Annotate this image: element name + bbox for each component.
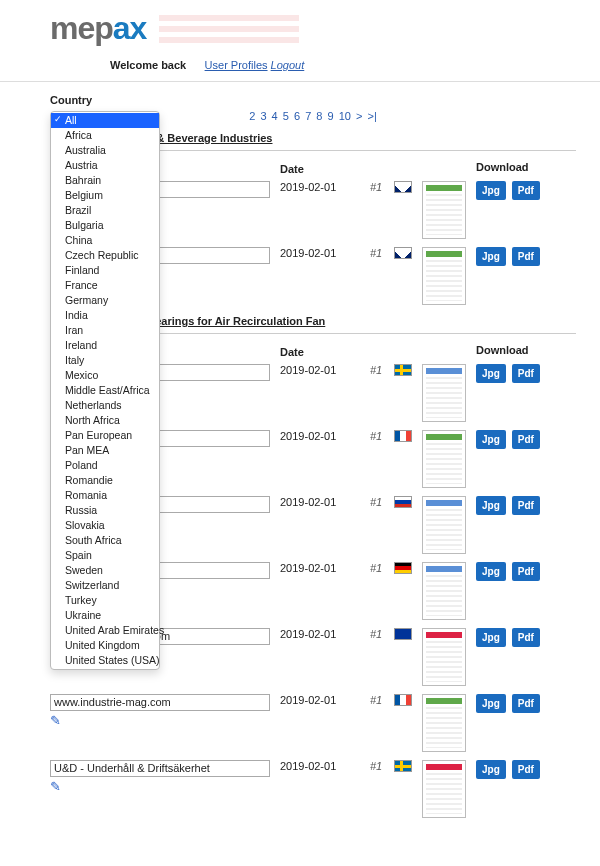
page-link[interactable]: 3: [259, 110, 270, 122]
download-jpg-button[interactable]: Jpg: [476, 364, 506, 383]
date-value: 2019-02-01: [280, 247, 370, 259]
country-option[interactable]: Turkey: [51, 593, 159, 608]
page-link[interactable]: 7: [304, 110, 315, 122]
logout-link[interactable]: Logout: [271, 59, 305, 71]
preview-thumbnail[interactable]: [422, 247, 466, 305]
flag-icon: [394, 760, 412, 772]
country-option[interactable]: Sweden: [51, 563, 159, 578]
country-option[interactable]: Romandie: [51, 473, 159, 488]
country-option[interactable]: China: [51, 233, 159, 248]
page-link[interactable]: 10: [338, 110, 355, 122]
page-next[interactable]: >: [355, 110, 366, 122]
date-value: 2019-02-01: [280, 364, 370, 376]
country-option[interactable]: All: [51, 113, 159, 128]
preview-thumbnail[interactable]: [422, 760, 466, 818]
download-pdf-button[interactable]: Pdf: [512, 694, 540, 713]
edit-icon[interactable]: ✎: [50, 779, 61, 794]
user-profiles-link[interactable]: User Profiles: [205, 59, 268, 71]
country-option[interactable]: United Kingdom: [51, 638, 159, 653]
preview-thumbnail[interactable]: [422, 430, 466, 488]
flag-icon: [394, 628, 412, 640]
country-option[interactable]: Mexico: [51, 368, 159, 383]
page-link[interactable]: 9: [327, 110, 338, 122]
download-pdf-button[interactable]: Pdf: [512, 562, 540, 581]
edit-icon[interactable]: ✎: [50, 713, 61, 728]
country-dropdown-open[interactable]: AllAfricaAustraliaAustriaBahrainBelgiumB…: [50, 111, 160, 670]
country-option[interactable]: France: [51, 278, 159, 293]
country-option[interactable]: South Africa: [51, 533, 159, 548]
country-option[interactable]: Brazil: [51, 203, 159, 218]
page-link[interactable]: 6: [293, 110, 304, 122]
country-option[interactable]: Switzerland: [51, 578, 159, 593]
download-pdf-button[interactable]: Pdf: [512, 430, 540, 449]
country-option[interactable]: India: [51, 308, 159, 323]
download-jpg-button[interactable]: Jpg: [476, 496, 506, 515]
welcome-text: Welcome back: [110, 59, 186, 71]
country-option[interactable]: Netherlands: [51, 398, 159, 413]
page-link[interactable]: 4: [271, 110, 282, 122]
download-pdf-button[interactable]: Pdf: [512, 496, 540, 515]
country-option[interactable]: Italy: [51, 353, 159, 368]
page-link[interactable]: 8: [315, 110, 326, 122]
country-option[interactable]: Bahrain: [51, 173, 159, 188]
download-jpg-button[interactable]: Jpg: [476, 760, 506, 779]
preview-thumbnail[interactable]: [422, 496, 466, 554]
date-value: 2019-02-01: [280, 496, 370, 508]
country-option[interactable]: Bulgaria: [51, 218, 159, 233]
country-option[interactable]: Finland: [51, 263, 159, 278]
country-option[interactable]: United States (USA): [51, 653, 159, 668]
download-pdf-button[interactable]: Pdf: [512, 181, 540, 200]
download-jpg-button[interactable]: Jpg: [476, 181, 506, 200]
rank-value: #1: [370, 181, 394, 193]
rank-value: #1: [370, 247, 394, 259]
country-option[interactable]: Germany: [51, 293, 159, 308]
logo-ax: ax: [113, 10, 147, 46]
country-option[interactable]: North Africa: [51, 413, 159, 428]
download-jpg-button[interactable]: Jpg: [476, 430, 506, 449]
preview-thumbnail[interactable]: [422, 364, 466, 422]
country-option[interactable]: Czech Republic: [51, 248, 159, 263]
page-link[interactable]: 2: [248, 110, 259, 122]
country-option[interactable]: Belgium: [51, 188, 159, 203]
result-row: www.industrie-mag.com✎2019-02-01#1JpgPdf: [50, 694, 576, 752]
download-jpg-button[interactable]: Jpg: [476, 694, 506, 713]
preview-thumbnail[interactable]: [422, 694, 466, 752]
country-option[interactable]: Slovakia: [51, 518, 159, 533]
download-pdf-button[interactable]: Pdf: [512, 760, 540, 779]
download-header: Download: [476, 161, 576, 173]
title-input[interactable]: U&D - Underhåll & Driftsäkerhet: [50, 760, 270, 777]
country-option[interactable]: Romania: [51, 488, 159, 503]
page-last[interactable]: >|: [367, 110, 378, 122]
download-jpg-button[interactable]: Jpg: [476, 247, 506, 266]
date-value: 2019-02-01: [280, 430, 370, 442]
date-value: 2019-02-01: [280, 562, 370, 574]
country-option[interactable]: Australia: [51, 143, 159, 158]
country-option[interactable]: Russia: [51, 503, 159, 518]
country-option[interactable]: Poland: [51, 458, 159, 473]
download-header: Download: [476, 344, 576, 356]
country-option[interactable]: Spain: [51, 548, 159, 563]
country-option[interactable]: Africa: [51, 128, 159, 143]
flag-icon: [394, 694, 412, 706]
download-jpg-button[interactable]: Jpg: [476, 562, 506, 581]
country-option[interactable]: Iran: [51, 323, 159, 338]
download-pdf-button[interactable]: Pdf: [512, 247, 540, 266]
country-filter-label: Country: [50, 94, 576, 106]
country-option[interactable]: Austria: [51, 158, 159, 173]
rank-value: #1: [370, 628, 394, 640]
app-header: mepax: [0, 0, 600, 55]
preview-thumbnail[interactable]: [422, 562, 466, 620]
preview-thumbnail[interactable]: [422, 628, 466, 686]
country-option[interactable]: United Arab Emirates: [51, 623, 159, 638]
download-pdf-button[interactable]: Pdf: [512, 364, 540, 383]
preview-thumbnail[interactable]: [422, 181, 466, 239]
country-option[interactable]: Ukraine: [51, 608, 159, 623]
country-option[interactable]: Middle East/Africa: [51, 383, 159, 398]
download-jpg-button[interactable]: Jpg: [476, 628, 506, 647]
country-option[interactable]: Pan European: [51, 428, 159, 443]
country-option[interactable]: Ireland: [51, 338, 159, 353]
page-link[interactable]: 5: [282, 110, 293, 122]
download-pdf-button[interactable]: Pdf: [512, 628, 540, 647]
title-input[interactable]: www.industrie-mag.com: [50, 694, 270, 711]
country-option[interactable]: Pan MEA: [51, 443, 159, 458]
